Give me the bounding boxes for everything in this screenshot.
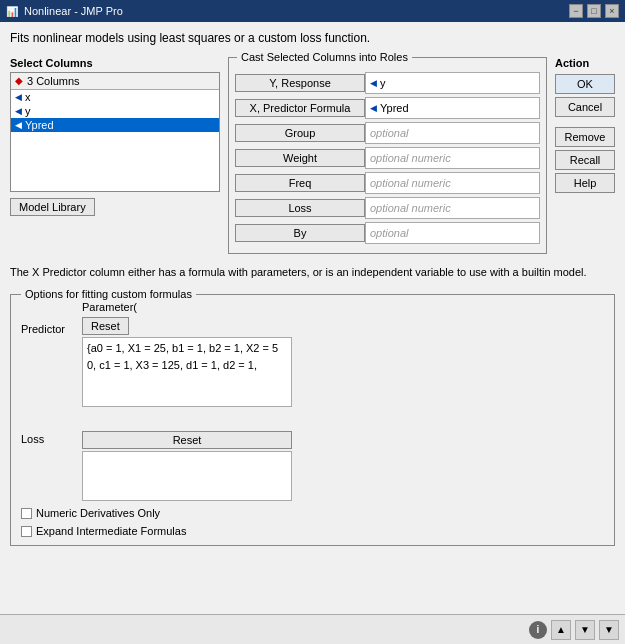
role-value-x-predictor: ◀ Ypred — [365, 97, 540, 119]
columns-list: ◆ 3 Columns ◀ x ◀ y ◀ Ypred — [10, 72, 220, 192]
predictor-row: Predictor Parameter( Reset {a0 = 1, X1 =… — [21, 301, 604, 407]
role-button-freq[interactable]: Freq — [235, 174, 365, 192]
model-library-button[interactable]: Model Library — [10, 198, 95, 216]
ok-button[interactable]: OK — [555, 74, 615, 94]
role-row-group: Group optional — [235, 122, 540, 144]
info-icon[interactable]: i — [529, 621, 547, 639]
checkbox-numeric-derivatives: Numeric Derivatives Only — [21, 507, 604, 519]
predictor-text-area[interactable]: {a0 = 1, X1 = 25, b1 = 1, b2 = 1, X2 = 5… — [82, 337, 292, 407]
triangle-icon-y-response: ◀ — [370, 78, 377, 88]
red-diamond-icon: ◆ — [15, 75, 23, 86]
info-text: The X Predictor column either has a form… — [10, 260, 615, 285]
help-button[interactable]: Help — [555, 173, 615, 193]
column-item-ypred[interactable]: ◀ Ypred — [11, 118, 219, 132]
role-value-freq: optional numeric — [365, 172, 540, 194]
window-title: Nonlinear - JMP Pro — [24, 5, 123, 17]
role-value-group: optional — [365, 122, 540, 144]
predictor-reset-button[interactable]: Reset — [82, 317, 129, 335]
role-value-text-freq: optional numeric — [370, 177, 451, 189]
role-value-text-x-predictor: Ypred — [380, 102, 409, 114]
role-value-text-group: optional — [370, 127, 409, 139]
checkbox-expand-formulas: Expand Intermediate Formulas — [21, 525, 604, 537]
cast-roles-box: Cast Selected Columns into Roles Y, Resp… — [228, 57, 547, 254]
role-row-by: By optional — [235, 222, 540, 244]
loss-area: Reset — [82, 411, 292, 501]
title-bar-left: 📊 Nonlinear - JMP Pro — [6, 5, 123, 17]
options-section: Options for fitting custom formulas Pred… — [10, 294, 615, 546]
role-value-by: optional — [365, 222, 540, 244]
loss-row: Loss Reset — [21, 411, 604, 501]
select-columns-title: Select Columns — [10, 57, 220, 69]
role-row-weight: Weight optional numeric — [235, 147, 540, 169]
role-row-freq: Freq optional numeric — [235, 172, 540, 194]
checkbox-expand-formulas-input[interactable] — [21, 526, 32, 537]
role-button-y-response[interactable]: Y, Response — [235, 74, 365, 92]
role-value-y-response: ◀ y — [365, 72, 540, 94]
loss-label: Loss — [21, 411, 76, 445]
cast-roles-title: Cast Selected Columns into Roles — [237, 51, 412, 63]
scroll-up-button[interactable]: ▲ — [551, 620, 571, 640]
triangle-icon-y: ◀ — [15, 106, 22, 116]
action-section: Action OK Cancel Remove Recall Help — [555, 57, 615, 193]
role-value-text-by: optional — [370, 227, 409, 239]
role-value-text-loss: optional numeric — [370, 202, 451, 214]
predictor-area: Parameter( Reset {a0 = 1, X1 = 25, b1 = … — [82, 301, 292, 407]
loss-text-area[interactable] — [82, 451, 292, 501]
remove-button[interactable]: Remove — [555, 127, 615, 147]
role-button-weight[interactable]: Weight — [235, 149, 365, 167]
parameter-label: Parameter( — [82, 301, 137, 313]
loss-reset-button[interactable]: Reset — [82, 431, 292, 449]
role-value-text-y-response: y — [380, 77, 386, 89]
title-bar: 📊 Nonlinear - JMP Pro − □ × — [0, 0, 625, 22]
role-row-y-response: Y, Response ◀ y — [235, 72, 540, 94]
description-text: Fits nonlinear models using least square… — [10, 30, 615, 47]
close-button[interactable]: × — [605, 4, 619, 18]
role-value-loss: optional numeric — [365, 197, 540, 219]
checkbox-expand-formulas-label: Expand Intermediate Formulas — [36, 525, 186, 537]
role-row-x-predictor: X, Predictor Formula ◀ Ypred — [235, 97, 540, 119]
app-icon: 📊 — [6, 6, 18, 17]
scroll-down-button[interactable]: ▼ — [575, 620, 595, 640]
role-button-by[interactable]: By — [235, 224, 365, 242]
role-value-weight: optional numeric — [365, 147, 540, 169]
role-button-group[interactable]: Group — [235, 124, 365, 142]
options-inner: Predictor Parameter( Reset {a0 = 1, X1 =… — [21, 301, 604, 537]
triangle-icon-ypred: ◀ — [15, 120, 22, 130]
triangle-icon-x: ◀ — [15, 92, 22, 102]
role-value-text-weight: optional numeric — [370, 152, 451, 164]
role-row-loss: Loss optional numeric — [235, 197, 540, 219]
column-label-y: y — [25, 105, 31, 117]
title-bar-controls: − □ × — [569, 4, 619, 18]
role-button-loss[interactable]: Loss — [235, 199, 365, 217]
checkbox-numeric-derivatives-label: Numeric Derivatives Only — [36, 507, 160, 519]
column-item-y[interactable]: ◀ y — [11, 104, 219, 118]
options-title: Options for fitting custom formulas — [21, 288, 196, 300]
columns-header: ◆ 3 Columns — [11, 73, 219, 90]
minimize-button[interactable]: − — [569, 4, 583, 18]
maximize-button[interactable]: □ — [587, 4, 601, 18]
column-label-x: x — [25, 91, 31, 103]
column-item-x[interactable]: ◀ x — [11, 90, 219, 104]
menu-button[interactable]: ▼ — [599, 620, 619, 640]
bottom-bar: i ▲ ▼ ▼ — [0, 614, 625, 644]
cast-roles-panel: Cast Selected Columns into Roles Y, Resp… — [228, 57, 547, 254]
columns-count: 3 Columns — [27, 75, 80, 87]
recall-button[interactable]: Recall — [555, 150, 615, 170]
predictor-label: Predictor — [21, 301, 76, 335]
action-title: Action — [555, 57, 615, 69]
column-label-ypred: Ypred — [25, 119, 54, 131]
cancel-button[interactable]: Cancel — [555, 97, 615, 117]
checkbox-numeric-derivatives-input[interactable] — [21, 508, 32, 519]
role-button-x-predictor[interactable]: X, Predictor Formula — [235, 99, 365, 117]
main-content: Fits nonlinear models using least square… — [0, 22, 625, 614]
select-columns-panel: Select Columns ◆ 3 Columns ◀ x ◀ y ◀ Ypr… — [10, 57, 220, 216]
triangle-icon-x-predictor: ◀ — [370, 103, 377, 113]
top-section: Select Columns ◆ 3 Columns ◀ x ◀ y ◀ Ypr… — [10, 57, 615, 254]
